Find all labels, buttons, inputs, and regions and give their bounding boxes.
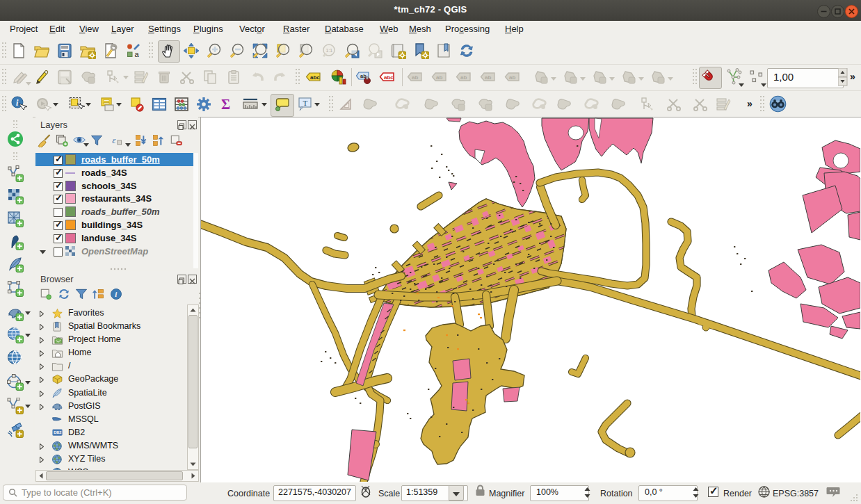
svg-text:a: a <box>135 50 140 58</box>
svg-text:T: T <box>303 99 308 107</box>
svg-text:abc: abc <box>310 74 320 81</box>
svg-text:DB2: DB2 <box>54 430 61 434</box>
svg-text:ab: ab <box>412 74 418 81</box>
svg-text:abc: abc <box>384 74 394 81</box>
svg-text:ε: ε <box>112 135 116 145</box>
svg-text:ab: ab <box>460 74 467 81</box>
svg-text:1:1: 1:1 <box>326 48 333 53</box>
svg-text:Σ: Σ <box>221 97 230 112</box>
svg-text:ab: ab <box>485 74 491 81</box>
svg-text:ab: ab <box>436 74 442 81</box>
svg-text:ab: ab <box>509 74 515 81</box>
svg-text:i: i <box>115 290 117 298</box>
